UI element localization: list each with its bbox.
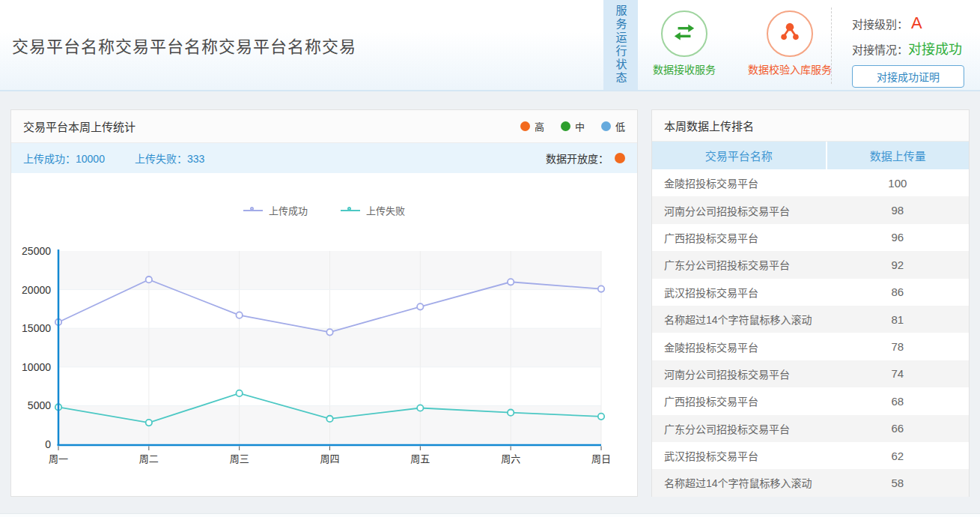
docking-level-row: 对接级别： A bbox=[852, 13, 970, 33]
table-row[interactable]: 名称超过14个字符鼠标移入滚动81 bbox=[652, 306, 969, 333]
platform-name-cell[interactable]: 名称超过14个字符鼠标移入滚动 bbox=[652, 469, 827, 496]
ranking-table-header-row: 交易平台名称 数据上传量 bbox=[652, 142, 969, 169]
table-row[interactable]: 武汉招投标交易平台86 bbox=[652, 279, 969, 306]
table-row[interactable]: 河南分公司招投标交易平台74 bbox=[652, 360, 969, 387]
upload-amount-cell: 92 bbox=[827, 251, 969, 278]
svg-text:周二: 周二 bbox=[139, 453, 159, 465]
severity-legend: 高 中 低 bbox=[520, 119, 625, 133]
upload-success-value: 10000 bbox=[76, 153, 105, 165]
platform-name-cell[interactable]: 广西招投标交易平台 bbox=[652, 387, 827, 414]
platform-name-cell[interactable]: 武汉招投标交易平台 bbox=[652, 442, 827, 469]
line-marker-icon bbox=[243, 210, 263, 211]
svg-text:周六: 周六 bbox=[501, 453, 520, 465]
table-row[interactable]: 广西招投标交易平台96 bbox=[652, 224, 969, 251]
data-validate-service-label: 数据校验入库服务 bbox=[748, 61, 832, 76]
table-row[interactable]: 武汉招投标交易平台62 bbox=[652, 442, 969, 469]
upload-amount-cell: 62 bbox=[827, 442, 969, 469]
upload-line-chart: 0500010000150002000025000周一周二周三周四周五周六周日 bbox=[11, 173, 637, 496]
docking-cert-button[interactable]: 对接成功证明 bbox=[852, 65, 964, 88]
data-receive-service-label: 数据接收服务 bbox=[653, 61, 716, 76]
docking-info: 对接级别： A 对接情况： 对接成功 对接成功证明 bbox=[852, 13, 970, 88]
severity-legend-low-label: 低 bbox=[615, 119, 625, 133]
docking-level-label: 对接级别： bbox=[852, 16, 908, 31]
upload-fail-value: 333 bbox=[187, 153, 204, 165]
svg-text:周四: 周四 bbox=[320, 453, 339, 465]
upload-amount-cell: 78 bbox=[827, 333, 969, 360]
ranking-table: 交易平台名称 数据上传量 金陵招投标交易平台100河南分公司招投标交易平台98广… bbox=[652, 142, 969, 497]
upload-amount-cell: 74 bbox=[827, 360, 969, 387]
svg-text:0: 0 bbox=[45, 438, 51, 450]
svg-text:5000: 5000 bbox=[28, 399, 51, 411]
chart-legend-label: 上传成功 bbox=[269, 203, 308, 217]
service-status-group: 数据接收服务 数据校验入库服务 bbox=[642, 10, 846, 76]
data-openness: 数据开放度： bbox=[546, 151, 625, 166]
platform-name-cell[interactable]: 广东分公司招投标交易平台 bbox=[652, 251, 827, 278]
table-row[interactable]: 广西招投标交易平台68 bbox=[652, 387, 969, 414]
severity-legend-high: 高 bbox=[520, 119, 544, 133]
upload-amount-cell: 96 bbox=[827, 224, 969, 251]
table-row[interactable]: 金陵招投标交易平台100 bbox=[652, 169, 969, 196]
chart-legend-item-1[interactable]: 上传失败 bbox=[341, 203, 405, 217]
column-platform-name: 交易平台名称 bbox=[652, 142, 827, 169]
data-openness-label: 数据开放度： bbox=[546, 151, 609, 166]
line-marker-icon bbox=[341, 210, 360, 211]
upload-success-stat: 上传成功：10000 bbox=[23, 151, 105, 166]
svg-text:25000: 25000 bbox=[22, 245, 51, 257]
chart-legend-label: 上传失败 bbox=[366, 203, 405, 217]
upload-stats-panel-header: 交易平台本周上传统计 高 中 低 bbox=[11, 110, 637, 143]
table-row[interactable]: 金陵招投标交易平台78 bbox=[652, 333, 969, 360]
table-row[interactable]: 广东分公司招投标交易平台66 bbox=[652, 415, 969, 442]
upload-stats-panel: 交易平台本周上传统计 高 中 低 上传成功：10000 bbox=[10, 109, 638, 497]
docking-status-row: 对接情况： 对接成功 bbox=[852, 38, 970, 58]
platform-name-cell[interactable]: 广西招投标交易平台 bbox=[652, 224, 827, 251]
ranking-panel-header: 本周数据上传排名 bbox=[652, 110, 969, 142]
platform-name-cell[interactable]: 武汉招投标交易平台 bbox=[652, 279, 827, 306]
tab-service-run-status[interactable]: 服务运行状态 bbox=[603, 0, 638, 90]
ranking-panel-title: 本周数据上传排名 bbox=[664, 118, 754, 133]
platform-name-cell[interactable]: 河南分公司招投标交易平台 bbox=[652, 360, 827, 387]
platform-name-cell[interactable]: 金陵招投标交易平台 bbox=[652, 333, 827, 360]
severity-legend-high-label: 高 bbox=[535, 119, 544, 133]
svg-text:周一: 周一 bbox=[49, 453, 68, 465]
svg-text:20000: 20000 bbox=[22, 284, 51, 296]
upload-amount-cell: 81 bbox=[827, 306, 969, 333]
table-row[interactable]: 河南分公司招投标交易平台98 bbox=[652, 196, 969, 223]
severity-legend-medium: 中 bbox=[561, 119, 585, 133]
medium-dot-icon bbox=[561, 121, 570, 131]
platform-name-cell[interactable]: 广东分公司招投标交易平台 bbox=[652, 415, 827, 442]
low-dot-icon bbox=[601, 121, 611, 131]
tab-service-run-status-label: 服务运行状态 bbox=[613, 4, 629, 85]
docking-status-value: 对接成功 bbox=[908, 38, 962, 58]
data-validate-service-button[interactable] bbox=[767, 10, 813, 57]
service-data-validate: 数据校验入库服务 bbox=[734, 10, 846, 76]
high-dot-icon bbox=[520, 121, 530, 131]
docking-status-label: 对接情况： bbox=[852, 41, 908, 57]
docking-level-value: A bbox=[911, 13, 922, 33]
upload-amount-cell: 68 bbox=[827, 387, 969, 414]
svg-text:周三: 周三 bbox=[230, 453, 249, 465]
platform-name-cell[interactable]: 河南分公司招投标交易平台 bbox=[652, 196, 827, 223]
table-row[interactable]: 广东分公司招投标交易平台92 bbox=[652, 251, 969, 278]
transfer-arrows-icon bbox=[670, 18, 699, 49]
upload-fail-label: 上传失败： bbox=[135, 153, 187, 165]
footer-strip bbox=[0, 513, 980, 517]
chart-legend-item-0[interactable]: 上传成功 bbox=[243, 203, 308, 217]
header: 交易平台名称交易平台名称交易平台名称交易 服务运行状态 数据接收服务 bbox=[0, 0, 980, 91]
upload-chart-area: 上传成功上传失败 0500010000150002000025000周一周二周三… bbox=[11, 173, 637, 496]
platform-name-cell[interactable]: 名称超过14个字符鼠标移入滚动 bbox=[652, 306, 827, 333]
platform-name-cell[interactable]: 金陵招投标交易平台 bbox=[652, 169, 827, 196]
upload-amount-cell: 58 bbox=[827, 469, 969, 496]
table-row[interactable]: 名称超过14个字符鼠标移入滚动58 bbox=[652, 469, 969, 496]
data-receive-service-button[interactable] bbox=[661, 10, 707, 57]
service-data-receive: 数据接收服务 bbox=[642, 10, 726, 76]
page-title: 交易平台名称交易平台名称交易平台名称交易 bbox=[12, 33, 356, 57]
svg-text:周五: 周五 bbox=[410, 453, 430, 465]
chart-legend: 上传成功上传失败 bbox=[11, 203, 637, 217]
header-divider bbox=[831, 7, 832, 84]
upload-amount-cell: 66 bbox=[827, 415, 969, 442]
svg-text:15000: 15000 bbox=[22, 322, 51, 334]
dashboard-page: 交易平台名称交易平台名称交易平台名称交易 服务运行状态 数据接收服务 bbox=[0, 0, 980, 517]
severity-legend-low: 低 bbox=[601, 119, 625, 133]
upload-success-label: 上传成功： bbox=[23, 153, 76, 165]
svg-text:周日: 周日 bbox=[591, 453, 611, 465]
